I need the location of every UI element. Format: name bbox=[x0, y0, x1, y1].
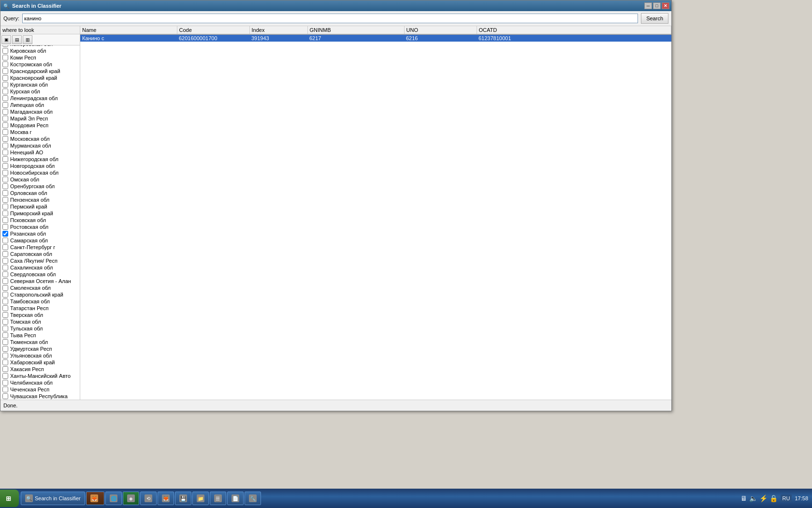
search-button[interactable]: Search bbox=[641, 13, 668, 24]
region-list-item[interactable]: Ленинградская обл bbox=[0, 95, 80, 102]
query-input[interactable] bbox=[22, 14, 638, 23]
taskbar-app-2[interactable]: 🌐 bbox=[105, 492, 122, 505]
region-checkbox[interactable] bbox=[2, 217, 8, 223]
region-checkbox[interactable] bbox=[2, 82, 8, 88]
volume-tray-icon[interactable]: 🔈 bbox=[749, 494, 757, 502]
region-checkbox[interactable] bbox=[2, 68, 8, 74]
region-list-item[interactable]: Чувашская Республика bbox=[0, 393, 80, 400]
region-list-item[interactable]: Ненецкий АО bbox=[0, 149, 80, 156]
region-list-item[interactable]: Рязанская обл bbox=[0, 230, 80, 237]
region-list-item[interactable]: Свердловская обл bbox=[0, 271, 80, 278]
region-list-item[interactable]: Сахалинская обл bbox=[0, 264, 80, 271]
region-list-item[interactable]: Тюменская обл bbox=[0, 339, 80, 345]
region-list-item[interactable]: Удмуртская Респ bbox=[0, 345, 80, 352]
region-list-item[interactable]: Смоленская обл bbox=[0, 284, 80, 291]
region-checkbox[interactable] bbox=[2, 177, 8, 182]
region-checkbox[interactable] bbox=[2, 122, 8, 128]
region-checkbox[interactable] bbox=[2, 326, 8, 331]
region-list-item[interactable]: Москва г bbox=[0, 129, 80, 135]
region-checkbox[interactable] bbox=[2, 271, 8, 277]
region-checkbox[interactable] bbox=[2, 244, 8, 250]
region-list-item[interactable]: Самарская обл bbox=[0, 237, 80, 244]
region-checkbox[interactable] bbox=[2, 116, 8, 121]
region-checkbox[interactable] bbox=[2, 170, 8, 176]
region-list-item[interactable]: Оренбургская обл bbox=[0, 183, 80, 190]
taskbar-app-5[interactable]: 🦊 bbox=[158, 492, 174, 505]
region-list[interactable]: Калужская облКамчатский крайКарачаево-Че… bbox=[0, 45, 80, 400]
region-checkbox[interactable] bbox=[2, 61, 8, 67]
region-checkbox[interactable] bbox=[2, 48, 8, 54]
region-list-item[interactable]: Московская обл bbox=[0, 135, 80, 142]
region-list-item[interactable]: Курская обл bbox=[0, 88, 80, 95]
region-checkbox[interactable] bbox=[2, 109, 8, 115]
region-checkbox[interactable] bbox=[2, 231, 8, 237]
region-checkbox[interactable] bbox=[2, 258, 8, 264]
taskbar-app-10[interactable]: 🔧 bbox=[245, 492, 261, 505]
taskbar-app-4[interactable]: ⟲ bbox=[140, 492, 157, 505]
taskbar-app-7[interactable]: 📁 bbox=[192, 492, 209, 505]
invert-button[interactable]: ▥ bbox=[23, 35, 32, 44]
region-checkbox[interactable] bbox=[2, 95, 8, 101]
region-checkbox[interactable] bbox=[2, 380, 8, 386]
region-list-item[interactable]: Саха /Якутия/ Респ bbox=[0, 257, 80, 264]
security-tray-icon[interactable]: 🔒 bbox=[769, 494, 778, 502]
region-list-item[interactable]: Мурманская обл bbox=[0, 142, 80, 149]
region-checkbox[interactable] bbox=[2, 190, 8, 196]
region-checkbox[interactable] bbox=[2, 89, 8, 94]
region-list-item[interactable]: Томская обл bbox=[0, 318, 80, 325]
region-list-item[interactable]: Саратовская обл bbox=[0, 251, 80, 257]
region-list-item[interactable]: Магаданская обл bbox=[0, 108, 80, 115]
region-list-item[interactable]: Орловская обл bbox=[0, 190, 80, 196]
region-checkbox[interactable] bbox=[2, 183, 8, 189]
region-checkbox[interactable] bbox=[2, 339, 8, 345]
region-checkbox[interactable] bbox=[2, 204, 8, 209]
region-list-item[interactable]: Омская обл bbox=[0, 176, 80, 183]
region-checkbox[interactable] bbox=[2, 129, 8, 135]
results-scroll[interactable]: Name Code Index GNINMB UNO OCATD Канино … bbox=[80, 26, 671, 400]
start-button[interactable]: ⊞ bbox=[0, 490, 19, 507]
region-list-item[interactable]: Кировская обл bbox=[0, 47, 80, 54]
region-list-item[interactable]: Мордовия Респ bbox=[0, 122, 80, 129]
region-list-item[interactable]: Нижегородская обл bbox=[0, 156, 80, 163]
region-checkbox[interactable] bbox=[2, 238, 8, 243]
minimize-button[interactable]: ─ bbox=[644, 2, 652, 9]
region-checkbox[interactable] bbox=[2, 285, 8, 291]
taskbar-app-3[interactable]: ◈ bbox=[123, 492, 139, 505]
region-list-item[interactable]: Ульяновская обл bbox=[0, 352, 80, 359]
region-list-item[interactable]: Тамбовская обл bbox=[0, 298, 80, 305]
region-list-item[interactable]: Приморский край bbox=[0, 210, 80, 217]
network-tray-icon[interactable]: 🖥 bbox=[740, 494, 747, 502]
region-checkbox[interactable] bbox=[2, 143, 8, 149]
region-list-item[interactable]: Псковская обл bbox=[0, 217, 80, 224]
region-checkbox[interactable] bbox=[2, 292, 8, 298]
region-list-item[interactable]: Санкт-Петербург г bbox=[0, 244, 80, 251]
region-list-item[interactable]: Ростовская обл bbox=[0, 224, 80, 230]
maximize-button[interactable]: □ bbox=[653, 2, 661, 9]
region-list-item[interactable]: Тульская обл bbox=[0, 325, 80, 332]
region-checkbox[interactable] bbox=[2, 373, 8, 379]
region-list-item[interactable]: Татарстан Респ bbox=[0, 305, 80, 312]
region-checkbox[interactable] bbox=[2, 156, 8, 162]
region-list-item[interactable]: Северная Осетия - Алан bbox=[0, 278, 80, 284]
region-checkbox[interactable] bbox=[2, 251, 8, 257]
region-list-item[interactable]: Коми Респ bbox=[0, 54, 80, 61]
region-list-item[interactable]: Челябинская обл bbox=[0, 379, 80, 386]
region-checkbox[interactable] bbox=[2, 305, 8, 311]
select-all-button[interactable]: ▣ bbox=[1, 35, 11, 44]
region-list-item[interactable]: Новосибирская обл bbox=[0, 169, 80, 176]
region-list-item[interactable]: Курганская обл bbox=[0, 81, 80, 88]
region-checkbox[interactable] bbox=[2, 312, 8, 318]
region-checkbox[interactable] bbox=[2, 75, 8, 81]
taskbar-app-6[interactable]: 💾 bbox=[175, 492, 191, 505]
region-checkbox[interactable] bbox=[2, 393, 8, 399]
table-row[interactable]: Канино с62016000017003919436217621661237… bbox=[80, 34, 671, 42]
region-checkbox[interactable] bbox=[2, 366, 8, 372]
close-button[interactable]: ✕ bbox=[662, 2, 669, 9]
region-checkbox[interactable] bbox=[2, 149, 8, 155]
region-list-item[interactable]: Тыва Респ bbox=[0, 332, 80, 339]
taskbar-app-9[interactable]: 📄 bbox=[227, 492, 244, 505]
region-list-item[interactable]: Ханты-Мансийский Авто bbox=[0, 373, 80, 379]
region-list-item[interactable]: Краснодарский край bbox=[0, 68, 80, 75]
region-list-item[interactable]: Хакасия Респ bbox=[0, 366, 80, 373]
region-list-item[interactable]: Хабаровский край bbox=[0, 359, 80, 366]
